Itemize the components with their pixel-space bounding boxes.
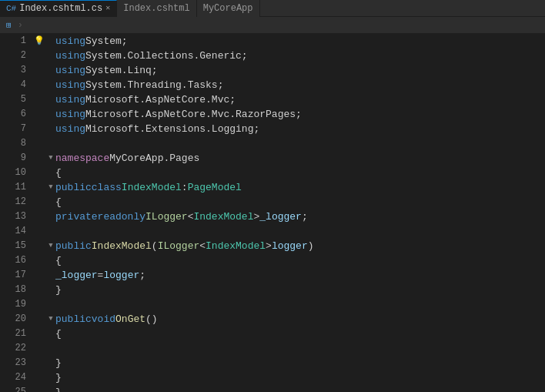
collapse-btn-9[interactable]: ▼ (46, 151, 55, 166)
tab-label: MyCoreApp (203, 3, 253, 14)
code-line-14 (34, 224, 545, 239)
code-line-18: } (34, 283, 545, 297)
code-line-22 (34, 341, 545, 356)
line-number-21: 21 (0, 327, 26, 341)
line-numbers: 1234567891011121314151617181920212223242… (0, 34, 31, 392)
line-number-16: 16 (0, 253, 26, 268)
tab-index-cshtml-cs[interactable]: C# Index.cshtml.cs ✕ (0, 0, 117, 17)
line-number-10: 10 (0, 166, 26, 180)
code-line-7: using Microsoft.Extensions.Logging; (34, 122, 545, 136)
line-number-22: 22 (0, 341, 26, 356)
code-line-15: ▼ public IndexModel(ILogger<IndexModel> … (34, 239, 545, 253)
project-icon: ⊞ (6, 20, 12, 30)
code-line-2: using System.Collections.Generic; (34, 49, 545, 63)
line-number-19: 19 (0, 297, 26, 312)
editor-area: 1234567891011121314151617181920212223242… (0, 34, 545, 392)
code-line-21: { (34, 327, 545, 341)
line-number-15: 15 (0, 239, 26, 253)
code-line-9: ▼namespace MyCoreApp.Pages (34, 151, 545, 166)
collapse-btn-20[interactable]: ▼ (46, 312, 55, 327)
code-line-16: { (34, 253, 545, 268)
line-number-18: 18 (0, 283, 26, 297)
code-line-4: using System.Threading.Tasks; (34, 78, 545, 92)
line-number-3: 3 (0, 63, 26, 78)
line-number-25: 25 (0, 385, 26, 392)
line-number-5: 5 (0, 92, 26, 107)
nav-bar: ⊞ › (0, 17, 545, 34)
tab-mycoreapp[interactable]: MyCoreApp (197, 0, 260, 17)
line-number-6: 6 (0, 107, 26, 122)
line-number-23: 23 (0, 356, 26, 370)
tab-close-icon[interactable]: ✕ (105, 5, 110, 12)
code-line-24: } (34, 370, 545, 385)
lightbulb-icon[interactable]: 💡 (34, 34, 45, 49)
line-number-17: 17 (0, 268, 26, 283)
line-number-9: 9 (0, 151, 26, 166)
code-line-8 (34, 136, 545, 151)
tab-bar: C# Index.cshtml.cs ✕ Index.cshtml MyCore… (0, 0, 545, 17)
code-line-23: } (34, 356, 545, 370)
code-line-17: _logger = logger; (34, 268, 545, 283)
tab-label: Index.cshtml (123, 3, 189, 14)
line-number-7: 7 (0, 122, 26, 136)
code-line-19 (34, 297, 545, 312)
code-area[interactable]: 💡using System;using System.Collections.G… (31, 34, 545, 392)
tab-label: Index.cshtml.cs (19, 3, 102, 14)
code-line-13: private readonly ILogger<IndexModel> _lo… (34, 209, 545, 224)
line-number-8: 8 (0, 136, 26, 151)
tab-icon-cs: C# (6, 4, 16, 13)
code-line-1: 💡using System; (34, 34, 545, 49)
collapse-btn-11[interactable]: ▼ (46, 180, 55, 195)
line-number-24: 24 (0, 370, 26, 385)
code-line-10: { (34, 166, 545, 180)
collapse-btn-15[interactable]: ▼ (46, 239, 55, 253)
line-number-13: 13 (0, 209, 26, 224)
line-number-11: 11 (0, 180, 26, 195)
line-number-14: 14 (0, 224, 26, 239)
line-number-4: 4 (0, 78, 26, 92)
code-line-6: using Microsoft.AspNetCore.Mvc.RazorPage… (34, 107, 545, 122)
code-line-12: { (34, 195, 545, 209)
tab-index-cshtml[interactable]: Index.cshtml (117, 0, 196, 17)
line-number-12: 12 (0, 195, 26, 209)
code-line-11: ▼ public class IndexModel : PageModel (34, 180, 545, 195)
code-line-3: using System.Linq; (34, 63, 545, 78)
code-line-20: ▼ public void OnGet() (34, 312, 545, 327)
nav-separator: › (18, 20, 23, 31)
line-number-2: 2 (0, 49, 26, 63)
code-line-5: using Microsoft.AspNetCore.Mvc; (34, 92, 545, 107)
line-number-1: 1 (0, 34, 26, 49)
line-number-20: 20 (0, 312, 26, 327)
code-line-25: } (34, 385, 545, 392)
